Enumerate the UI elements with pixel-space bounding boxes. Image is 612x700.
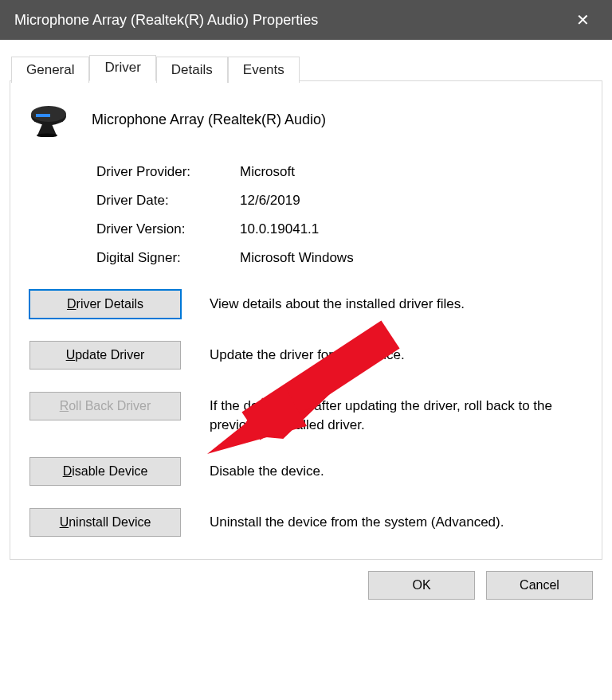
- driver-details-desc: View details about the installed driver …: [210, 290, 465, 314]
- roll-back-driver-button: Roll Back Driver: [29, 392, 181, 420]
- provider-label: Driver Provider:: [96, 164, 240, 180]
- date-label: Driver Date:: [96, 193, 240, 209]
- version-value: 10.0.19041.1: [240, 221, 319, 237]
- webcam-device-icon: [29, 102, 73, 137]
- update-driver-desc: Update the driver for this device.: [210, 341, 405, 365]
- tab-events[interactable]: Events: [228, 57, 300, 83]
- driver-panel: Microphone Array (Realtek(R) Audio) Driv…: [10, 80, 602, 560]
- tab-general[interactable]: General: [11, 57, 89, 83]
- driver-info: Driver Provider: Microsoft Driver Date: …: [96, 164, 583, 266]
- date-value: 12/6/2019: [240, 193, 300, 209]
- window-title: Microphone Array (Realtek(R) Audio) Prop…: [14, 12, 568, 29]
- tab-strip: General Driver Details Events: [11, 54, 602, 80]
- ok-button[interactable]: OK: [368, 571, 475, 600]
- titlebar: Microphone Array (Realtek(R) Audio) Prop…: [0, 0, 612, 40]
- tab-details[interactable]: Details: [156, 57, 228, 83]
- uninstall-device-desc: Uninstall the device from the system (Ad…: [210, 508, 504, 532]
- disable-device-desc: Disable the device.: [210, 457, 324, 481]
- close-icon[interactable]: ✕: [568, 7, 598, 33]
- uninstall-device-button[interactable]: Uninstall Device: [29, 508, 181, 537]
- update-driver-button[interactable]: Update Driver: [29, 341, 181, 370]
- driver-details-button[interactable]: Driver Details: [29, 290, 181, 319]
- signer-value: Microsoft Windows: [240, 250, 354, 266]
- tab-driver[interactable]: Driver: [89, 55, 155, 81]
- device-name: Microphone Array (Realtek(R) Audio): [92, 111, 326, 128]
- provider-value: Microsoft: [240, 164, 295, 180]
- cancel-button[interactable]: Cancel: [486, 571, 593, 600]
- signer-label: Digital Signer:: [96, 250, 240, 266]
- roll-back-desc: If the device fails after updating the d…: [210, 392, 583, 435]
- version-label: Driver Version:: [96, 221, 240, 237]
- disable-device-button[interactable]: Disable Device: [29, 457, 181, 486]
- svg-rect-2: [36, 114, 50, 117]
